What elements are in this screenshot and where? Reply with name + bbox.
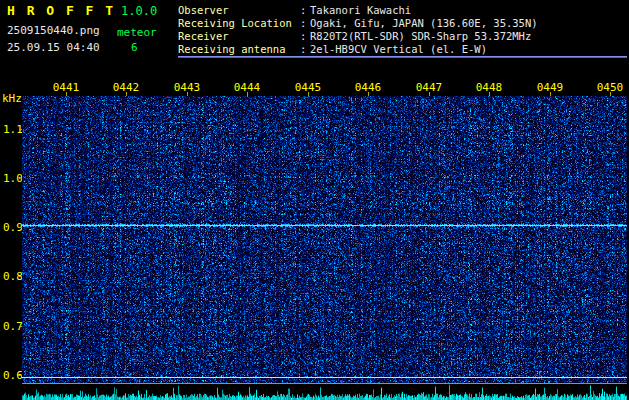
colon-separator: : [300, 43, 310, 56]
antenna-row: Receiving antenna:2el-HB9CV Vertical (el… [178, 43, 628, 56]
receiver-value: R820T2(RTL-SDR) SDR-Sharp 53.372MHz [310, 30, 531, 42]
colon-separator: : [300, 4, 310, 17]
location-value: Ogaki, Gifu, JAPAN (136.60E, 35.35N) [310, 17, 538, 29]
location-row: Receiving Location:Ogaki, Gifu, JAPAN (1… [178, 17, 628, 30]
timestamp: 25.09.15 04:40 [7, 41, 100, 54]
observer-row: Observer:Takanori Kawachi [178, 4, 628, 17]
freq-axis-unit: kHz [2, 92, 22, 105]
signal-level-canvas [22, 384, 627, 400]
antenna-label: Receiving antenna [178, 43, 300, 56]
output-filename: 2509150440.png [7, 24, 100, 37]
station-info-block: Observer:Takanori Kawachi Receiving Loca… [178, 4, 628, 56]
mode-label: meteor [117, 26, 157, 39]
level-frame-top-line [22, 377, 627, 378]
hrofft-window: H R O F F T 1.0.0 2509150440.png meteor … [0, 0, 629, 400]
receiver-label: Receiver [178, 30, 300, 43]
header-separator-line [178, 56, 627, 58]
location-label: Receiving Location [178, 17, 300, 30]
observer-label: Observer [178, 4, 300, 17]
observer-value: Takanori Kawachi [310, 4, 411, 16]
app-title: H R O F F T [7, 3, 115, 18]
colon-separator: : [300, 17, 310, 30]
receiver-row: Receiver:R820T2(RTL-SDR) SDR-Sharp 53.37… [178, 30, 628, 43]
meteor-count: 6 [131, 41, 138, 54]
app-version: 1.0.0 [121, 4, 157, 18]
spectrogram-canvas [22, 96, 627, 383]
time-axis-label: 0450 [588, 81, 629, 94]
colon-separator: : [300, 30, 310, 43]
antenna-value: 2el-HB9CV Vertical (el. E-W) [310, 43, 487, 55]
